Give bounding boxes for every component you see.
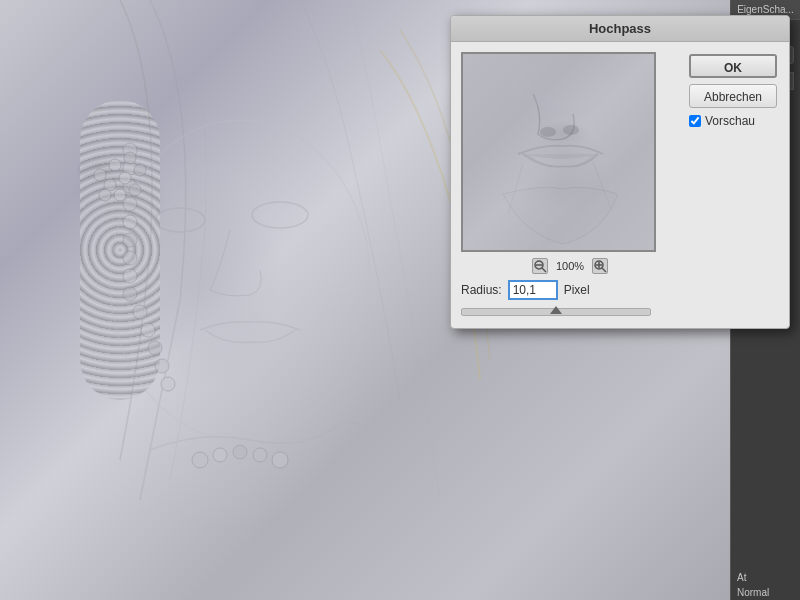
svg-point-18 (109, 159, 121, 171)
panel-header-text: EigenScha... (737, 4, 794, 15)
svg-point-11 (123, 287, 137, 301)
svg-point-26 (192, 452, 208, 468)
svg-point-21 (119, 172, 131, 184)
svg-point-32 (540, 127, 556, 137)
svg-point-6 (123, 197, 137, 211)
vorschau-label: Vorschau (705, 114, 755, 128)
svg-point-9 (123, 251, 137, 265)
svg-point-12 (133, 305, 147, 319)
svg-point-23 (99, 189, 111, 201)
svg-point-15 (155, 359, 169, 373)
radius-input[interactable] (508, 280, 558, 300)
svg-point-10 (123, 269, 137, 283)
svg-point-30 (272, 452, 288, 468)
svg-point-28 (233, 445, 247, 459)
pixel-label: Pixel (564, 283, 590, 297)
preview-image (461, 52, 656, 252)
svg-point-22 (134, 164, 146, 176)
svg-point-2 (252, 202, 308, 228)
svg-point-7 (123, 215, 137, 229)
zoom-in-button[interactable] (592, 258, 608, 274)
svg-point-8 (123, 233, 137, 247)
svg-point-1 (155, 208, 205, 232)
slider-row[interactable] (461, 306, 679, 318)
svg-point-29 (253, 448, 267, 462)
vorschau-checkbox[interactable] (689, 115, 701, 127)
svg-point-27 (213, 448, 227, 462)
svg-point-16 (161, 377, 175, 391)
svg-point-25 (129, 184, 141, 196)
radius-label: Radius: (461, 283, 502, 297)
svg-point-24 (114, 189, 126, 201)
normal-label: Normal (731, 585, 800, 600)
svg-point-19 (124, 152, 136, 164)
vorschau-row: Vorschau (689, 114, 779, 128)
svg-line-41 (602, 268, 606, 272)
svg-point-14 (148, 341, 162, 355)
preview-area: 100% Radius: Pixel (461, 52, 679, 318)
dialog-body: 100% Radius: Pixel (451, 42, 789, 328)
svg-point-0 (110, 120, 370, 440)
svg-point-17 (94, 169, 106, 181)
zoom-controls: 100% (461, 252, 679, 278)
cancel-button[interactable]: Abbrechen (689, 84, 777, 108)
zoom-out-button[interactable] (532, 258, 548, 274)
ok-button[interactable]: OK (689, 54, 777, 78)
zoom-level: 100% (556, 260, 584, 272)
svg-point-33 (563, 125, 579, 135)
hochpass-dialog: Hochpass (450, 15, 790, 329)
slider-track[interactable] (461, 308, 651, 316)
dialog-titlebar: Hochpass (451, 16, 789, 42)
svg-line-38 (542, 268, 546, 272)
radius-row: Radius: Pixel (461, 278, 679, 306)
slider-thumb[interactable] (550, 306, 562, 314)
svg-point-13 (141, 323, 155, 337)
dialog-buttons: OK Abbrechen Vorschau (689, 52, 779, 318)
at-label: At (731, 570, 800, 585)
svg-point-34 (510, 59, 610, 109)
